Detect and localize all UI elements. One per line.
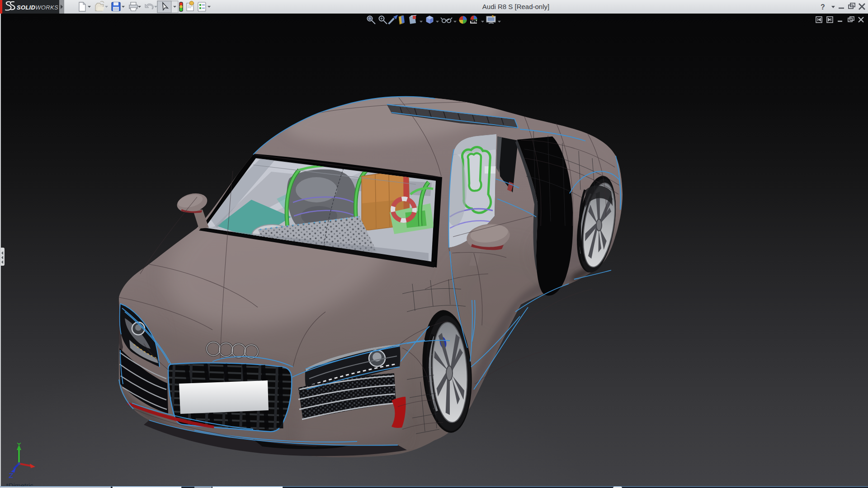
svg-text:SOLIDWORKS: SOLIDWORKS (17, 4, 58, 11)
svg-text:?: ? (821, 3, 825, 11)
